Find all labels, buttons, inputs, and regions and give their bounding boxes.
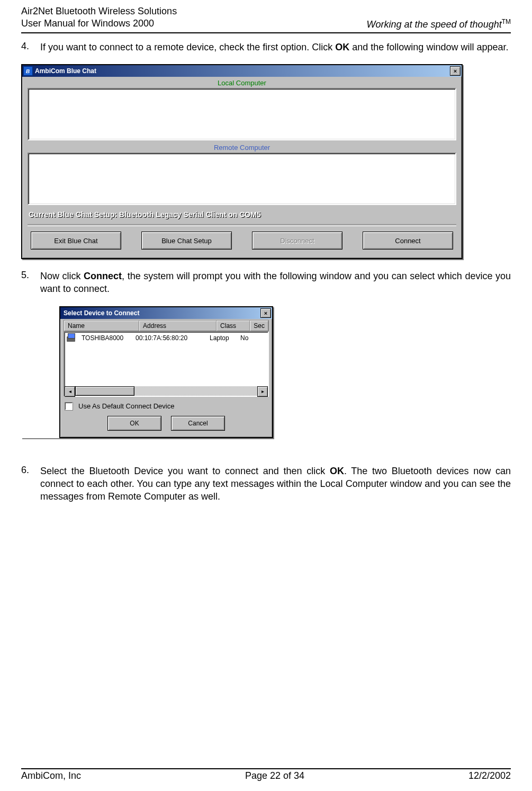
step-5-bold: Connect — [84, 271, 122, 281]
step-6-pre: Select the Bluetooth Device you want to … — [40, 466, 330, 476]
select-device-title: Select Device to Connect — [61, 309, 260, 317]
scroll-thumb[interactable] — [75, 386, 134, 396]
step-4-bold: OK — [335, 42, 349, 52]
step-4-number: 4. — [21, 41, 40, 54]
step-4-pre: If you want to connect to a remote devic… — [40, 42, 335, 52]
bluechat-setup-button[interactable]: Blue Chat Setup — [141, 232, 232, 250]
tagline-text: Working at the speed of thought — [367, 19, 502, 30]
bluetooth-icon — [23, 66, 33, 76]
ok-button[interactable]: OK — [107, 416, 161, 431]
col-class[interactable]: Class — [217, 321, 250, 331]
local-computer-textarea[interactable] — [28, 88, 456, 140]
footer-company: AmbiCom, Inc — [21, 770, 81, 781]
default-device-checkbox[interactable] — [65, 402, 73, 411]
header-line1: Air2Net Bluetooth Wireless Solutions — [21, 6, 177, 16]
bluechat-window: AmbiCom Blue Chat × Local Computer Remot… — [21, 64, 463, 259]
scroll-track[interactable] — [75, 386, 257, 396]
close-icon[interactable]: × — [450, 66, 461, 76]
step-5-text: Now click Connect, the system will promp… — [40, 270, 511, 296]
col-sec[interactable]: Sec — [250, 321, 268, 331]
remote-computer-textarea — [28, 153, 456, 205]
trademark: TM — [502, 18, 511, 25]
exit-bluechat-button[interactable]: Exit Blue Chat — [31, 232, 121, 250]
step-5-number: 5. — [21, 270, 40, 296]
device-address: 00:10:7A:56:80:20 — [136, 334, 210, 342]
footer-date: 12/2/2002 — [468, 770, 511, 781]
select-device-window: Select Device to Connect × Name Address … — [59, 306, 273, 438]
bluechat-title: AmbiCom Blue Chat — [35, 67, 450, 75]
select-device-titlebar[interactable]: Select Device to Connect × — [60, 307, 272, 319]
step-6-bold: OK — [330, 466, 344, 476]
header-title: Air2Net Bluetooth Wireless Solutions Use… — [21, 5, 177, 30]
col-name[interactable]: Name — [64, 321, 139, 331]
page-header: Air2Net Bluetooth Wireless Solutions Use… — [21, 5, 511, 33]
device-name: TOSHIBA8000 — [82, 334, 136, 342]
default-device-label: Use As Default Connect Device — [78, 402, 174, 410]
step-6-number: 6. — [21, 465, 40, 503]
device-class: Laptop — [210, 334, 240, 342]
device-list-header: Name Address Class Sec — [64, 320, 269, 331]
page-footer: AmbiCom, Inc Page 22 of 34 12/2/2002 — [21, 768, 511, 781]
remote-computer-label: Remote Computer — [28, 144, 456, 152]
step-5: 5. Now click Connect, the system will pr… — [21, 270, 511, 296]
scroll-right-icon[interactable]: ▸ — [257, 386, 268, 397]
laptop-icon — [66, 333, 80, 343]
close-icon[interactable]: × — [260, 308, 271, 318]
device-list[interactable]: TOSHIBA8000 00:10:7A:56:80:20 Laptop No … — [64, 331, 269, 397]
step-6-text: Select the Bluetooth Device you want to … — [40, 465, 511, 503]
device-sec: No — [240, 334, 256, 342]
separator — [28, 224, 456, 226]
disconnect-button: Disconnect — [252, 232, 342, 250]
bluechat-titlebar[interactable]: AmbiCom Blue Chat × — [22, 65, 462, 77]
step-6: 6. Select the Bluetooth Device you want … — [21, 465, 511, 503]
step-4-post: and the following window will appear. — [349, 42, 508, 52]
footer-page: Page 22 of 34 — [245, 770, 304, 781]
step-4-text: If you want to connect to a remote devic… — [40, 41, 511, 54]
cancel-button[interactable]: Cancel — [171, 416, 225, 431]
list-item[interactable]: TOSHIBA8000 00:10:7A:56:80:20 Laptop No — [65, 332, 268, 344]
step-4: 4. If you want to connect to a remote de… — [21, 41, 511, 54]
horizontal-scrollbar[interactable]: ◂ ▸ — [65, 386, 268, 396]
connect-button[interactable]: Connect — [363, 232, 453, 250]
step-5-pre: Now click — [40, 271, 84, 281]
scroll-left-icon[interactable]: ◂ — [65, 386, 75, 397]
setup-status-text: Current Blue Chat Setup: Bluetooth Legac… — [28, 208, 456, 224]
local-computer-label: Local Computer — [28, 79, 456, 87]
header-line2: User Manual for Windows 2000 — [21, 18, 154, 29]
header-tagline: Working at the speed of thoughtTM — [367, 18, 511, 30]
col-address[interactable]: Address — [139, 321, 217, 331]
